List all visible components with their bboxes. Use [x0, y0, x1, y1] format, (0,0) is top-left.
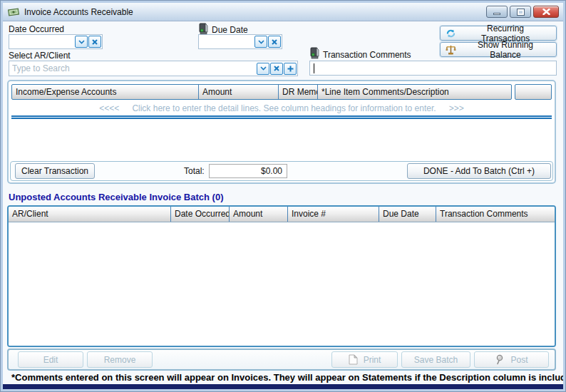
print-button[interactable]: Print	[331, 351, 398, 368]
comments-footnote: *Comments entered on this screen will ap…	[11, 372, 566, 383]
ar-client-dropdown-button[interactable]	[257, 63, 269, 75]
minimize-button[interactable]	[486, 6, 508, 18]
total-label: Total:	[184, 166, 205, 176]
clear-x-icon	[272, 39, 277, 45]
post-button[interactable]: Post	[474, 351, 549, 368]
window-title: Invoice Accounts Receivable	[24, 7, 133, 17]
titlebar[interactable]: Invoice Accounts Receivable	[3, 3, 563, 21]
date-occurred-clear-button[interactable]	[88, 36, 101, 48]
batch-column-invoice-number: Invoice #	[288, 207, 379, 222]
column-header-empty	[515, 84, 552, 100]
column-header-income-expense-accounts: Income/Expense Accounts	[12, 85, 199, 99]
scales-icon	[446, 45, 456, 55]
add-plus-icon	[287, 66, 294, 72]
print-label: Print	[364, 355, 381, 365]
show-running-balance-label: Show Running Balance	[462, 40, 549, 60]
minimize-icon	[493, 13, 500, 15]
detail-entry-hint-row[interactable]: <<<< Click here to enter the detail line…	[9, 103, 555, 113]
batch-action-bar: Edit Remove Print Save Batch	[7, 349, 556, 371]
hint-right-arrows: >>>	[449, 103, 464, 113]
hint-left-arrows: <<<<	[99, 103, 119, 113]
show-running-balance-button[interactable]: Show Running Balance	[440, 42, 557, 57]
date-occurred-dropdown-button[interactable]	[75, 36, 88, 48]
batch-heading: Unposted Accounts Receivable Invoice Bat…	[9, 192, 223, 202]
due-date-dropdown-button[interactable]	[254, 36, 267, 48]
detail-footer-bar: Clear Transaction Total: $0.00 DONE - Ad…	[10, 161, 553, 181]
save-batch-button[interactable]: Save Batch	[401, 351, 470, 368]
due-date-clear-button[interactable]	[268, 36, 281, 48]
due-date-input[interactable]	[199, 36, 254, 48]
remove-button[interactable]: Remove	[87, 351, 153, 368]
bottom-accent-strip	[3, 384, 563, 389]
hint-text: Click here to enter the detail lines. Se…	[132, 103, 436, 113]
client-area: Date Occurred Due Date	[3, 21, 563, 389]
due-date-field[interactable]	[198, 34, 282, 49]
post-label: Post	[510, 355, 528, 365]
batch-table: AR/Client Date Occurred Amount Invoice #…	[7, 205, 556, 347]
ar-client-add-button[interactable]	[284, 63, 297, 75]
post-magnifier-icon	[495, 354, 505, 365]
detail-grid-header-main: Income/Expense Accounts Amount DR Memo *…	[11, 84, 512, 100]
batch-table-header: AR/Client Date Occurred Amount Invoice #…	[9, 207, 555, 222]
clear-x-icon	[274, 66, 279, 71]
recurring-transactions-button[interactable]: Recurring Transactions	[440, 26, 557, 41]
ar-client-field[interactable]	[9, 61, 298, 76]
date-occurred-field[interactable]	[9, 34, 103, 49]
transaction-comments-field[interactable]	[309, 61, 557, 76]
edit-label: Edit	[43, 355, 58, 365]
done-add-to-batch-button[interactable]: DONE - Add To Batch (Ctrl +)	[407, 163, 551, 179]
text-caret	[314, 63, 314, 73]
batch-column-ar-client: AR/Client	[9, 207, 171, 222]
chevron-down-icon	[78, 40, 85, 44]
date-stamp-icon	[198, 23, 209, 35]
batch-column-transaction-comments: Transaction Comments	[436, 207, 555, 222]
maximize-icon	[518, 9, 524, 15]
edit-button[interactable]: Edit	[18, 351, 83, 368]
comment-stamp-icon	[309, 47, 320, 59]
clear-x-icon	[92, 39, 98, 45]
detail-grid-header: Income/Expense Accounts Amount DR Memo *…	[11, 84, 552, 100]
close-button[interactable]	[533, 6, 559, 18]
column-header-dr-memo: DR Memo	[279, 85, 318, 99]
due-date-label: Due Date	[212, 25, 248, 35]
detail-entry-panel: Income/Expense Accounts Amount DR Memo *…	[7, 80, 556, 184]
batch-column-due-date: Due Date	[379, 207, 436, 222]
column-header-line-item-comments: *Line Item Comments/Description	[318, 85, 511, 99]
ar-client-clear-button[interactable]	[270, 63, 283, 75]
print-page-icon	[349, 354, 358, 365]
total-value-field: $0.00	[209, 164, 287, 178]
money-icon	[7, 7, 20, 17]
date-occurred-input[interactable]	[9, 36, 75, 48]
transaction-comments-input[interactable]	[310, 62, 556, 74]
batch-column-amount: Amount	[230, 207, 288, 222]
remove-label: Remove	[104, 355, 136, 365]
invoice-ar-window: Invoice Accounts Receivable Date Occurre…	[0, 0, 566, 392]
close-icon	[542, 9, 550, 15]
select-ar-client-label: Select AR/Client	[9, 51, 71, 61]
grid-divider-line	[11, 115, 552, 119]
date-occurred-label: Date Occurred	[9, 24, 64, 34]
save-batch-label: Save Batch	[414, 355, 458, 365]
batch-table-body	[9, 222, 555, 347]
column-header-amount: Amount	[199, 85, 279, 99]
window-controls	[486, 6, 559, 18]
batch-column-date-occurred: Date Occurred	[171, 207, 230, 222]
transaction-comments-label: Transaction Comments	[323, 50, 411, 60]
recurring-icon	[446, 29, 456, 38]
chevron-down-icon	[258, 40, 264, 44]
maximize-button[interactable]	[510, 6, 531, 18]
clear-transaction-button[interactable]: Clear Transaction	[15, 163, 95, 179]
chevron-down-icon	[260, 66, 267, 71]
ar-client-search-input[interactable]	[9, 63, 257, 75]
